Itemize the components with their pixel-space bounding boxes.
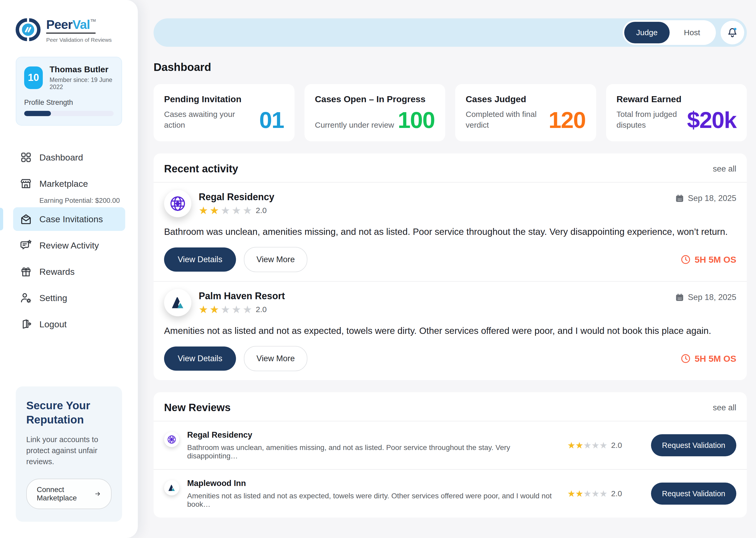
toggle-host[interactable]: Host: [670, 28, 714, 37]
rating: ★★★★★ 2.0: [199, 304, 285, 315]
sidebar-item-label: Rewards: [39, 267, 74, 277]
notifications-button[interactable]: [721, 21, 744, 44]
stat-title: Reward Earned: [617, 94, 736, 104]
sidebar-item-dashboard[interactable]: Dashboard: [13, 145, 125, 169]
calendar-icon: [675, 293, 684, 302]
globe-icon: [169, 195, 187, 213]
logout-icon: [20, 318, 32, 330]
profile-strength-label: Profile Strength: [24, 98, 114, 107]
activity-review-text: Bathroom was unclean, amenities missing,…: [164, 225, 736, 238]
review-property-name: Maplewood Inn: [187, 479, 560, 488]
timer-text: 5H 5M OS: [694, 254, 736, 265]
sidebar-item-review-activity[interactable]: Review Activity: [13, 234, 125, 257]
profile-card: 10 Thomas Butler Member since: 19 June 2…: [16, 57, 122, 126]
star-icon: ★: [575, 440, 583, 450]
secure-reputation-card: Secure Your Reputation Link your account…: [16, 386, 122, 522]
request-validation-button[interactable]: Request Validation: [651, 434, 736, 456]
brand-tagline: Peer Validation of Reviews: [46, 37, 112, 43]
stats-row: Pending Invitation Cases awaiting your a…: [154, 84, 747, 141]
avatar: [164, 432, 179, 447]
sidebar-item-setting[interactable]: Setting: [13, 286, 125, 310]
mountain-icon: [169, 294, 187, 311]
rating-value: 2.0: [256, 305, 267, 314]
view-details-button[interactable]: View Details: [164, 347, 236, 371]
new-reviews-title: New Reviews: [164, 402, 230, 413]
view-details-button[interactable]: View Details: [164, 247, 236, 272]
activity-property-name: Palm Haven Resort: [199, 291, 285, 301]
stat-value: 01: [260, 110, 284, 130]
brand-trademark: TM: [91, 18, 96, 23]
review-row: Maplewood Inn Amenities not as listed an…: [164, 470, 736, 517]
brand-name-secondary: Val: [72, 18, 90, 31]
profile-name: Thomas Butler: [50, 65, 114, 74]
profile-level-badge: 10: [24, 67, 43, 89]
star-icon: ★: [599, 489, 607, 499]
review-snippet: Amenities not as listed and not as expec…: [187, 492, 560, 509]
stat-title: Cases Judged: [466, 94, 586, 104]
stat-subtitle: Cases awaiting your action: [164, 109, 251, 130]
stat-subtitle: Total from judged disputes: [617, 109, 687, 130]
sidebar-item-logout[interactable]: Logout: [13, 312, 125, 336]
toggle-judge[interactable]: Judge: [624, 22, 670, 43]
sidebar: PeerValTM Peer Validation of Reviews 10 …: [0, 0, 138, 538]
new-reviews-section: New Reviews see all Regal Residency Bath…: [154, 392, 747, 517]
activity-item: Regal Residency ★★★★★ 2.0: [164, 183, 736, 281]
grid-icon: [20, 151, 32, 163]
star-icon: ★: [243, 205, 252, 216]
sidebar-item-label: Case Invitations: [39, 214, 103, 224]
clock-icon: [681, 353, 691, 364]
star-icon: ★: [591, 440, 599, 450]
star-icon: ★: [232, 205, 241, 216]
stat-card-pending-invitation: Pending Invitation Cases awaiting your a…: [154, 84, 295, 141]
profile-strength-bar: [24, 111, 114, 116]
arrow-right-icon: [95, 489, 101, 498]
avatar: [164, 289, 191, 316]
recent-activity-title: Recent activity: [164, 163, 238, 175]
star-icon: ★: [210, 205, 219, 216]
clock-icon: [681, 254, 691, 265]
review-property-name: Regal Residency: [187, 430, 560, 440]
peerval-logo-icon: [15, 17, 41, 42]
view-more-button[interactable]: View More: [244, 247, 307, 272]
sidebar-item-marketplace[interactable]: Marketplace: [13, 172, 125, 195]
stat-subtitle: Completed with final verdict: [466, 109, 548, 130]
gift-icon: [20, 266, 32, 278]
peerval-dashboard: PeerValTM Peer Validation of Reviews 10 …: [0, 0, 756, 538]
new-reviews-see-all[interactable]: see all: [713, 403, 736, 412]
activity-review-text: Amenities not as listed and not as expec…: [164, 324, 736, 337]
stat-value: 120: [548, 110, 586, 130]
stat-card-cases-open: Cases Open – In Progress Currently under…: [305, 84, 446, 141]
star-icon: ★: [199, 205, 208, 216]
rating: ★★★★★ 2.0: [199, 205, 274, 216]
request-validation-button[interactable]: Request Validation: [651, 483, 736, 505]
brand-logo: PeerValTM Peer Validation of Reviews: [0, 0, 138, 43]
chat-star-icon: [20, 239, 32, 251]
countdown-timer: 5H 5M OS: [681, 353, 736, 364]
connect-marketplace-button[interactable]: Connect Marketplace: [26, 479, 112, 509]
connect-marketplace-label: Connect Marketplace: [37, 485, 87, 502]
activity-date: Sep 18, 2025: [675, 293, 736, 302]
sidebar-item-label: Setting: [39, 293, 67, 303]
page-title: Dashboard: [154, 61, 747, 74]
profile-member-since: Member since: 19 June 2022: [50, 77, 114, 91]
sidebar-item-rewards[interactable]: Rewards: [13, 260, 125, 284]
stat-value: 100: [398, 110, 435, 130]
date-text: Sep 18, 2025: [688, 193, 736, 203]
rating: ★★★★★ 2.0: [568, 441, 622, 450]
star-icon: ★: [221, 304, 230, 315]
sidebar-item-label: Marketplace: [39, 179, 88, 189]
marketplace-earning-potential: Earning Potential: $200.00: [32, 196, 125, 205]
stat-title: Pending Invitation: [164, 94, 284, 104]
mail-open-icon: [20, 213, 32, 225]
recent-activity-see-all[interactable]: see all: [713, 164, 736, 174]
timer-text: 5H 5M OS: [694, 353, 736, 364]
star-icon: ★: [232, 304, 241, 315]
sidebar-item-case-invitations[interactable]: Case Invitations: [13, 207, 125, 231]
activity-property-name: Regal Residency: [199, 191, 274, 202]
activity-item: Palm Haven Resort ★★★★★ 2.0: [164, 282, 736, 380]
brand-name-primary: Peer: [46, 18, 72, 31]
rating-value: 2.0: [611, 441, 622, 450]
star-icon: ★: [584, 489, 591, 499]
rating: ★★★★★ 2.0: [568, 489, 622, 498]
view-more-button[interactable]: View More: [244, 346, 307, 371]
